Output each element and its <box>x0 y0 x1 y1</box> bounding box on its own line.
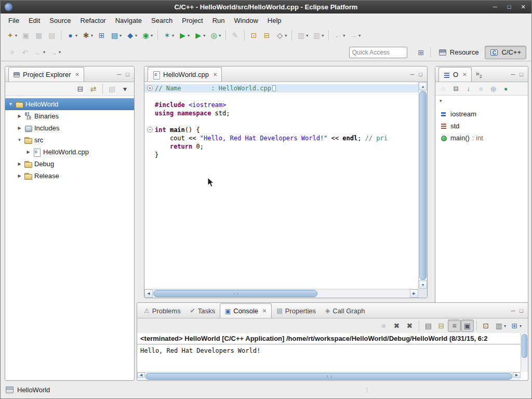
code-line[interactable]: int main() { <box>144 126 418 134</box>
pin-console-button[interactable]: ⊡ <box>480 320 493 332</box>
view-menu-button[interactable]: ▾ <box>118 83 131 95</box>
menu-navigate[interactable]: Navigate <box>111 15 147 26</box>
fold-expand-icon[interactable]: + <box>147 85 153 91</box>
perspective-cpp-button[interactable]: C C/C++ <box>485 46 526 59</box>
tab-properties[interactable]: ▤Properties <box>272 303 321 318</box>
outline-item-iostream[interactable]: iostream <box>435 108 528 120</box>
sort-button[interactable]: ↓ <box>462 83 474 95</box>
close-icon[interactable]: ✕ <box>213 72 217 77</box>
new-class-button[interactable]: ◆▾ <box>124 29 139 42</box>
tree-item-debug[interactable]: ▶Debug <box>5 158 134 170</box>
build-button[interactable]: ✱▾ <box>79 29 95 42</box>
window-close-button[interactable]: ✕ <box>519 4 527 10</box>
tree-item-helloworld[interactable]: ▼HelloWorld <box>5 98 134 110</box>
maximize-view-button[interactable]: □ <box>126 71 129 77</box>
close-icon[interactable]: ✕ <box>75 72 79 77</box>
collapse-all-button[interactable]: ⊟ <box>450 83 462 95</box>
console-vertical-scrollbar[interactable] <box>521 333 528 372</box>
hide-non-public-members-button[interactable]: ● <box>500 83 512 95</box>
code-editor[interactable]: // Name : HelloWorld.cpp#include <iostre… <box>144 82 427 298</box>
tab-tasks[interactable]: ✔Tasks <box>185 303 220 318</box>
remove-all-terminated-button[interactable]: ✖ <box>403 320 416 332</box>
tree-item-includes[interactable]: ▶Includes <box>5 122 134 134</box>
code-line[interactable]: // Name : HelloWorld.cpp <box>144 84 418 92</box>
code-line[interactable]: cout << "Hello, Red Hat Developers World… <box>144 134 418 142</box>
minimize-view-button[interactable]: ─ <box>511 308 515 314</box>
code-line[interactable]: #include <iostream> <box>144 101 418 109</box>
perspective-resource-button[interactable]: Resource <box>433 46 484 59</box>
new-cpp-source-button[interactable]: ▤▾ <box>108 29 124 42</box>
tree-collapse-arrow-icon[interactable]: ▼ <box>7 102 14 107</box>
tab-call-graph[interactable]: ◈Call Graph <box>321 303 369 318</box>
close-icon[interactable]: ✕ <box>262 308 267 314</box>
code-line[interactable]: using namespace std; <box>144 109 418 117</box>
tab-helloworld-cpp[interactable]: HelloWorld.cpp ✕ <box>148 67 222 82</box>
vertical-scrollbar-thumb[interactable] <box>419 91 427 280</box>
editor-vertical-scrollbar[interactable]: ▲ ▼ <box>418 82 427 289</box>
menu-project[interactable]: Project <box>177 15 207 26</box>
menu-source[interactable]: Source <box>45 15 75 26</box>
code-line[interactable]: return 0; <box>144 142 418 151</box>
view-menu-icon[interactable]: ▾ <box>440 98 442 103</box>
horizontal-scrollbar-thumb[interactable] <box>145 373 512 380</box>
run-external-tools-button[interactable]: ▶▾ <box>192 29 207 42</box>
remove-launch-button[interactable]: ✖ <box>390 320 403 332</box>
hide-static-members-button[interactable]: ◎ <box>487 83 499 95</box>
run-button[interactable]: ▶▾ <box>176 29 192 42</box>
menu-file[interactable]: File <box>4 15 24 26</box>
maximize-view-button[interactable]: □ <box>520 308 523 314</box>
new-wizard-button[interactable]: ✦▾ <box>4 29 19 42</box>
maximize-view-button[interactable]: □ <box>520 71 523 77</box>
scroll-down-button[interactable]: ▼ <box>419 281 427 289</box>
link-with-editor-button[interactable]: ⇄ <box>87 83 100 95</box>
tree-expand-arrow-icon[interactable]: ▶ <box>16 114 23 118</box>
code-line[interactable] <box>144 92 418 101</box>
menu-help[interactable]: Help <box>263 15 286 26</box>
menu-window[interactable]: Window <box>230 15 263 26</box>
hide-fields-button[interactable]: ○ <box>475 83 487 95</box>
open-resource-button[interactable]: ⊡ <box>247 29 260 42</box>
tree-collapse-arrow-icon[interactable]: ▼ <box>16 138 23 142</box>
tree-expand-arrow-icon[interactable]: ▶ <box>16 174 23 178</box>
tree-item-helloworld-cpp[interactable]: ▶HelloWorld.cpp <box>5 146 134 158</box>
tab-console[interactable]: ▣Console✕ <box>220 303 272 318</box>
scroll-lock-button[interactable]: ⊟ <box>435 320 448 332</box>
scroll-left-button[interactable]: ◀ <box>137 373 145 378</box>
skip-all-breakpoints-button[interactable]: ●▾ <box>64 29 79 42</box>
menu-refactor[interactable]: Refactor <box>76 15 111 26</box>
tree-item-release[interactable]: ▶Release <box>5 170 134 182</box>
outline-item-std[interactable]: std <box>435 120 528 132</box>
scroll-up-button[interactable]: ▲ <box>419 82 427 90</box>
code-line[interactable]: } <box>144 151 418 159</box>
tree-item-src[interactable]: ▼src <box>5 134 134 146</box>
profile-button[interactable]: ◎▾ <box>207 29 223 42</box>
tree-item-binaries[interactable]: ▶Binaries <box>5 110 134 122</box>
open-perspective-button[interactable]: ⊞ <box>415 46 428 59</box>
show-on-stdout-button[interactable]: ▣ <box>461 320 474 332</box>
open-console-button[interactable]: ⊞▾ <box>508 320 524 332</box>
minimize-view-button[interactable]: ─ <box>117 71 122 77</box>
debug-button[interactable]: ✶▾ <box>161 29 176 42</box>
collapse-all-button[interactable]: ⊟ <box>74 83 87 95</box>
console-output-area[interactable]: <terminated> HelloWorld [C/C++ Applicati… <box>137 333 521 372</box>
new-project-button[interactable]: ◉▾ <box>139 29 155 42</box>
window-maximize-button[interactable]: □ <box>505 4 513 10</box>
display-selected-console-button[interactable]: ▥▾ <box>493 320 508 332</box>
editor-horizontal-scrollbar[interactable]: ◀ ▶ <box>144 289 418 298</box>
hidden-tabs-indicator[interactable]: »2 <box>476 70 482 79</box>
minimize-view-button[interactable]: ─ <box>410 71 415 77</box>
open-element-button[interactable]: ⊟ <box>260 29 273 42</box>
minimize-view-button[interactable]: ─ <box>511 71 515 77</box>
clear-console-button[interactable]: ▤ <box>422 320 435 332</box>
focus-on-active-task-button[interactable]: ◌ <box>437 83 449 95</box>
search-button[interactable]: ◇▾ <box>273 29 289 42</box>
vertical-scrollbar-thumb[interactable] <box>522 334 527 358</box>
word-wrap-button[interactable]: ≡ <box>448 320 461 332</box>
close-icon[interactable]: ✕ <box>462 72 467 77</box>
code-line[interactable] <box>144 117 418 126</box>
code-area[interactable]: // Name : HelloWorld.cpp#include <iostre… <box>144 82 418 289</box>
scroll-right-button[interactable]: ▶ <box>513 373 521 378</box>
maximize-view-button[interactable]: □ <box>419 71 422 77</box>
menu-edit[interactable]: Edit <box>24 15 45 26</box>
outline-item-main[interactable]: main() : int <box>435 132 528 144</box>
